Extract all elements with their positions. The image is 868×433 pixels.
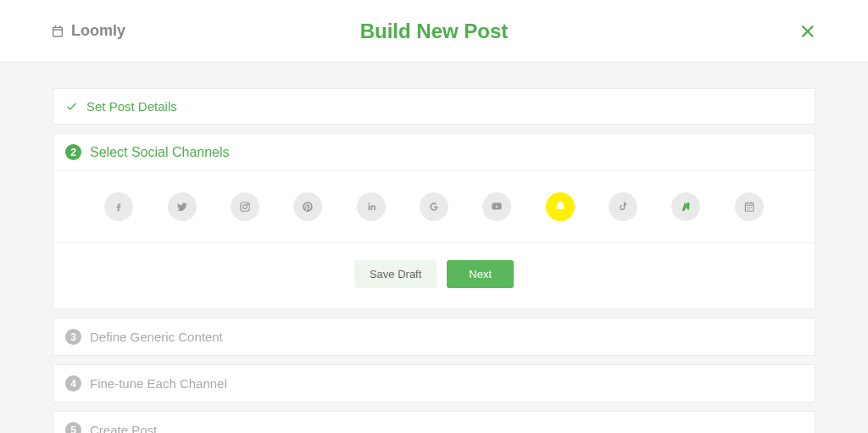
step-label: Define Generic Content [90,330,223,344]
channel-list [53,171,815,243]
tiktok-icon [617,201,629,213]
step-set-post-details[interactable]: Set Post Details [53,88,815,125]
close-icon[interactable] [798,22,817,41]
step-actions: Save Draft Next [53,243,815,308]
youtube-icon [490,201,504,213]
calendar-icon [743,201,755,213]
google-icon [428,201,440,213]
channel-linkedin[interactable] [357,192,386,221]
step-number-badge: 4 [65,375,81,391]
channel-instagram[interactable] [231,192,259,221]
brand: Loomly [51,22,125,40]
custom-icon [680,201,692,213]
step-header[interactable]: 2 Select Social Channels [53,134,815,171]
step-label: Fine-tune Each Channel [90,376,227,391]
channel-google[interactable] [420,192,448,221]
brand-calendar-icon [51,25,64,38]
instagram-icon [239,201,251,213]
pinterest-icon [302,201,314,213]
channel-custom[interactable] [671,192,700,221]
step-number-badge: 5 [65,422,81,433]
linkedin-icon [365,201,377,213]
step-select-social-channels: 2 Select Social Channels [53,133,815,309]
step-label: Set Post Details [86,99,177,114]
wizard-content: Set Post Details 2 Select Social Channel… [0,63,868,433]
next-button[interactable]: Next [447,260,514,288]
step-create-post[interactable]: 5 Create Post [53,411,815,433]
check-icon [65,100,78,113]
channel-calendar[interactable] [735,192,764,221]
svg-point-1 [243,205,248,209]
save-draft-button[interactable]: Save Draft [354,260,437,288]
facebook-icon [113,201,125,213]
channel-snapchat[interactable] [546,192,575,221]
brand-name: Loomly [71,22,125,40]
step-label: Create Post [90,423,157,433]
channel-youtube[interactable] [482,192,511,221]
step-label: Select Social Channels [90,145,230,160]
page-title: Build New Post [360,19,509,43]
modal-header: Loomly Build New Post [0,0,868,63]
step-number-badge: 2 [65,144,81,160]
step-number-badge: 3 [65,329,81,345]
step-define-generic-content[interactable]: 3 Define Generic Content [53,318,815,356]
channel-pinterest[interactable] [293,192,322,221]
channel-facebook[interactable] [104,192,133,221]
svg-point-2 [248,203,248,204]
channel-twitter[interactable] [168,192,197,221]
step-fine-tune-each-channel[interactable]: 4 Fine-tune Each Channel [53,364,815,402]
twitter-icon [176,201,188,213]
snapchat-icon [554,200,567,214]
channel-tiktok[interactable] [609,192,637,221]
